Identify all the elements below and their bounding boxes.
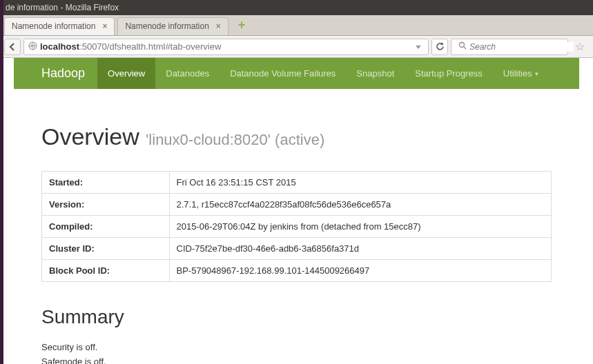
overview-table: Started: Fri Oct 16 23:51:15 CST 2015 Ve… (41, 171, 552, 282)
nav-startup-progress[interactable]: Startup Progress (405, 58, 493, 89)
browser-tab-1[interactable]: Namenode information × (4, 17, 115, 35)
row-key: Version: (42, 194, 170, 216)
back-button[interactable] (4, 39, 21, 55)
nav-datanode-volume-failures[interactable]: Datanode Volume Failures (220, 58, 346, 89)
browser-tab-2[interactable]: Namenode information × (117, 17, 228, 35)
close-icon[interactable]: × (102, 21, 107, 31)
overview-heading: Overview (41, 123, 139, 150)
row-key: Block Pool ID: (42, 260, 170, 282)
tab-label: Namenode information (125, 21, 208, 31)
nav-overview[interactable]: Overview (97, 58, 155, 89)
row-value: CID-75f2e7be-df30-46e6-adb6-3a6856fa371d (169, 238, 552, 260)
svg-line-2 (464, 47, 466, 49)
chevron-down-icon: ▾ (535, 70, 538, 77)
search-box[interactable] (451, 39, 568, 55)
nav-snapshot[interactable]: Snapshot (346, 58, 405, 89)
table-row: Block Pool ID: BP-579048967-192.168.99.1… (42, 260, 552, 282)
bookmark-star-icon[interactable]: ☆ (571, 40, 589, 53)
table-row: Version: 2.7.1, r15ecc87ccf4a0228f35af08… (42, 194, 552, 216)
row-value: 2015-06-29T06:04Z by jenkins from (detac… (169, 216, 552, 238)
summary-line: Security is off. (41, 342, 552, 352)
tab-label: Namenode information (12, 21, 95, 31)
os-titlebar: de information - Mozilla Firefox (0, 0, 593, 15)
globe-icon (28, 41, 37, 52)
nav-bar: localhost:50070/dfshealth.html#tab-overv… (0, 36, 593, 58)
new-tab-button[interactable]: + (234, 18, 250, 32)
summary-line: Safemode is off. (41, 356, 552, 364)
url-host: localhost (40, 41, 79, 52)
reload-button[interactable] (431, 39, 448, 55)
reload-icon (436, 42, 445, 51)
hadoop-navbar: Hadoop Overview Datanodes Datanode Volum… (14, 58, 579, 89)
main-area: Overview 'linux0-cloud:8020' (active) St… (0, 89, 593, 364)
close-icon[interactable]: × (216, 21, 221, 31)
summary-heading: Summary (41, 306, 552, 328)
url-bar[interactable]: localhost:50070/dfshealth.html#tab-overv… (23, 39, 429, 55)
table-row: Started: Fri Oct 16 23:51:15 CST 2015 (42, 172, 552, 194)
launcher-sliver (0, 0, 3, 364)
tab-strip: Namenode information × Namenode informat… (0, 15, 593, 36)
page-content: Hadoop Overview Datanodes Datanode Volum… (0, 58, 593, 364)
svg-point-1 (460, 43, 465, 48)
table-row: Cluster ID: CID-75f2e7be-df30-46e6-adb6-… (42, 238, 552, 260)
row-value: BP-579048967-192.168.99.101-144500926649… (169, 260, 552, 282)
nav-utilities[interactable]: Utilities ▾ (493, 58, 549, 89)
url-text: localhost:50070/dfshealth.html#tab-overv… (40, 41, 410, 52)
overview-subheading: 'linux0-cloud:8020' (active) (146, 131, 324, 148)
window-title: de information - Mozilla Firefox (6, 3, 119, 12)
arrow-left-icon (8, 43, 17, 51)
nav-datanodes[interactable]: Datanodes (155, 58, 220, 89)
search-input[interactable] (469, 42, 574, 52)
table-row: Compiled: 2015-06-29T06:04Z by jenkins f… (42, 216, 552, 238)
row-value: 2.7.1, r15ecc87ccf4a0228f35af08fc56de536… (169, 194, 552, 216)
dropdown-icon[interactable] (413, 42, 424, 52)
row-key: Started: (42, 172, 170, 194)
hadoop-brand[interactable]: Hadoop (41, 58, 97, 89)
page-title: Overview 'linux0-cloud:8020' (active) (41, 123, 552, 150)
row-key: Compiled: (42, 216, 170, 238)
row-key: Cluster ID: (42, 238, 170, 260)
search-icon (456, 41, 469, 52)
url-path: :50070/dfshealth.html#tab-overview (79, 41, 221, 52)
row-value: Fri Oct 16 23:51:15 CST 2015 (169, 172, 552, 194)
